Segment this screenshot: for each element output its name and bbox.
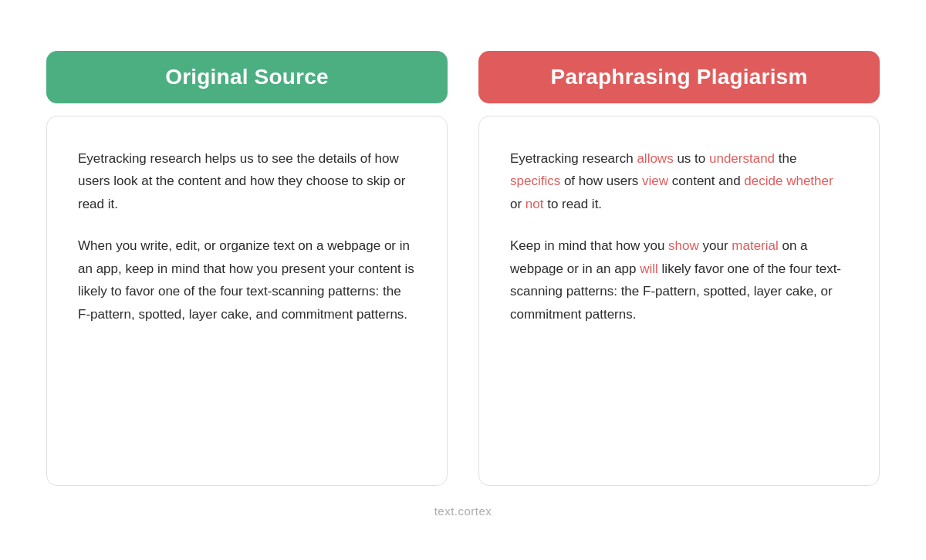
original-column: Original Source Eyetracking research hel… xyxy=(46,51,448,486)
highlight-view: view xyxy=(642,174,668,188)
plagiarism-paragraph-2: Keep in mind that how you show your mate… xyxy=(510,234,848,326)
plagiarism-content-card: Eyetracking research allows us to unders… xyxy=(478,116,880,486)
original-paragraph-1: Eyetracking research helps us to see the… xyxy=(78,147,416,216)
highlight-show: show xyxy=(668,238,699,253)
footer-watermark: text.cortex xyxy=(434,504,492,518)
highlight-not: not xyxy=(526,197,544,211)
highlight-understand: understand xyxy=(709,151,775,166)
plagiarism-column: Paraphrasing Plagiarism Eyetracking rese… xyxy=(478,51,880,486)
original-header-title: Original Source xyxy=(165,65,329,89)
highlight-will: will xyxy=(640,261,658,276)
original-header-badge: Original Source xyxy=(46,51,448,103)
highlight-allows: allows xyxy=(637,151,673,166)
highlight-material: material xyxy=(732,238,778,253)
original-paragraph-2: When you write, edit, or organize text o… xyxy=(78,234,416,326)
plagiarism-header-badge: Paraphrasing Plagiarism xyxy=(478,51,880,103)
highlight-decide-whether: decide whether xyxy=(744,174,833,188)
plagiarism-paragraph-1: Eyetracking research allows us to unders… xyxy=(510,147,848,216)
plagiarism-header-title: Paraphrasing Plagiarism xyxy=(551,65,808,89)
main-container: Original Source Eyetracking research hel… xyxy=(46,51,880,486)
original-content-card: Eyetracking research helps us to see the… xyxy=(46,116,448,486)
highlight-specifics: specifics xyxy=(510,174,560,188)
